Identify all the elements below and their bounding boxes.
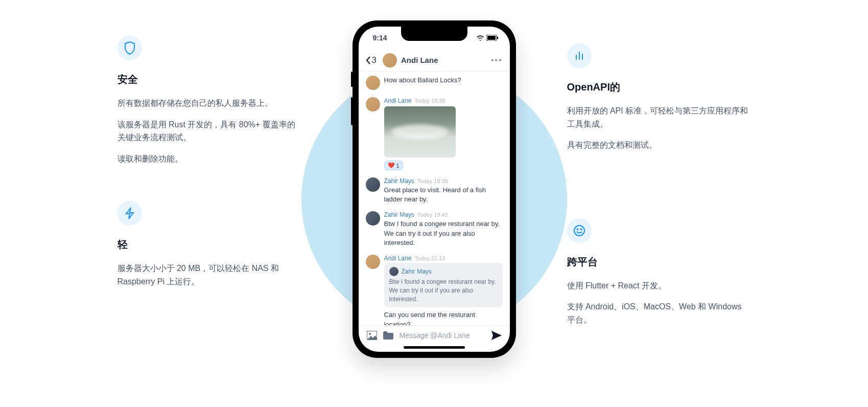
feature-text: 该服务器是用 Rust 开发的，具有 80%+ 覆盖率的关键业务流程测试。 (118, 118, 301, 144)
chat-header: 3 Andi Lane ••• (359, 49, 510, 72)
feature-text: 使用 Flutter + React 开发。 (567, 279, 751, 292)
chart-icon (567, 43, 592, 68)
quote-avatar (389, 267, 398, 276)
feature-title: 轻 (118, 238, 301, 252)
quote-sender: Zahir Mays (402, 268, 432, 275)
svg-rect-2 (497, 37, 498, 39)
message-time: Today 19:42 (417, 212, 448, 218)
message-avatar[interactable] (366, 76, 380, 90)
left-feature-column: 安全 所有数据都存储在您自己的私人服务器上。 该服务器是用 Rust 开发的，具… (118, 20, 301, 288)
phone-screen: 9:14 3 Andi Lane ••• (359, 27, 510, 352)
feature-crossplatform: 跨平台 使用 Flutter + React 开发。 支持 Android、iO… (567, 218, 751, 327)
svg-point-8 (574, 225, 584, 236)
feature-text: 所有数据都存储在您自己的私人服务器上。 (118, 97, 301, 110)
quoted-message[interactable]: Zahir Mays Btw I found a congee resturan… (384, 263, 503, 307)
image-icon[interactable] (367, 331, 377, 340)
svg-point-10 (580, 229, 581, 230)
feature-text: 读取和删除功能。 (118, 152, 301, 166)
message-avatar[interactable] (366, 177, 380, 192)
feature-text: 支持 Android、iOS、MacOS、Web 和 Windows 平台。 (567, 300, 751, 326)
status-indicators (476, 35, 499, 41)
message-avatar[interactable] (366, 255, 380, 269)
message-input-bar: Message @Andi Lane (359, 325, 510, 344)
message-text: Great place to visit. Heard of a fish la… (384, 186, 503, 204)
message-row: How about Ballard Locks? (366, 76, 503, 90)
folder-icon[interactable] (383, 331, 393, 340)
message-text: How about Ballard Locks? (384, 76, 503, 85)
back-button[interactable]: 3 (366, 55, 377, 65)
svg-rect-1 (487, 36, 496, 40)
heart-icon: ❤️ (388, 162, 395, 169)
back-count: 3 (372, 55, 377, 65)
message-row: Zahir Mays Today 19:39 Great place to vi… (366, 177, 503, 204)
feature-text: 利用开放的 API 标准，可轻松与第三方应用程序和工具集成。 (567, 104, 751, 130)
message-avatar[interactable] (366, 211, 380, 225)
message-input[interactable]: Message @Andi Lane (400, 331, 485, 340)
message-time: Today 19:38 (415, 98, 445, 104)
svg-point-9 (577, 229, 578, 230)
status-time: 9:14 (373, 34, 387, 42)
message-time: Today 19:39 (417, 178, 448, 184)
feature-title: 跨平台 (567, 255, 751, 269)
chevron-left-icon (366, 56, 371, 64)
message-row: Andi Lane Today 19:38 ❤️ 1 (366, 97, 503, 170)
more-button[interactable]: ••• (491, 56, 503, 65)
message-sender: Andi Lane (384, 97, 412, 104)
feature-security: 安全 所有数据都存储在您自己的私人服务器上。 该服务器是用 Rust 开发的，具… (118, 36, 301, 165)
message-sender: Zahir Mays (384, 211, 414, 218)
phone-notch (401, 27, 467, 41)
right-feature-column: OpenAPI的 利用开放的 API 标准，可轻松与第三方应用程序和工具集成。 … (567, 20, 751, 327)
contact-avatar[interactable] (383, 53, 397, 67)
feature-light: 轻 服务器大小小于 20 MB，可以轻松在 NAS 和 Raspberry Pi… (118, 201, 301, 288)
phone-frame: 9:14 3 Andi Lane ••• (353, 20, 516, 358)
message-reaction[interactable]: ❤️ 1 (384, 161, 403, 170)
feature-title: OpenAPI的 (567, 80, 751, 94)
battery-icon (486, 35, 499, 41)
message-image[interactable] (384, 106, 456, 157)
message-sender: Zahir Mays (384, 177, 414, 185)
svg-point-4 (369, 333, 371, 335)
messages-list[interactable]: How about Ballard Locks? Andi Lane Today… (359, 72, 510, 325)
reaction-count: 1 (396, 163, 400, 169)
feature-text: 服务器大小小于 20 MB，可以轻松在 NAS 和 Raspberry Pi 上… (118, 262, 301, 288)
phone-showcase: 9:14 3 Andi Lane ••• (332, 20, 536, 358)
smile-icon (567, 218, 592, 243)
message-time: Today 21:13 (415, 255, 445, 261)
message-row: Zahir Mays Today 19:42 Btw I found a con… (366, 211, 503, 247)
contact-name: Andi Lane (401, 56, 487, 64)
message-sender: Andi Lane (384, 255, 412, 262)
feature-title: 安全 (118, 73, 301, 86)
feature-text: 具有完整的文档和测试。 (567, 139, 751, 152)
message-row: Andi Lane Today 21:13 Zahir Mays Btw I f… (366, 255, 503, 325)
lightning-icon (118, 201, 142, 225)
quote-text: Btw I found a congee resturant near by. … (389, 278, 498, 303)
message-avatar[interactable] (366, 97, 380, 111)
message-text: Can you send me the resturant location? (384, 310, 503, 325)
wifi-icon (476, 35, 484, 41)
shield-icon (118, 36, 142, 60)
message-text: Btw I found a congee resturant near by. … (384, 219, 503, 247)
home-indicator (404, 346, 465, 349)
feature-openapi: OpenAPI的 利用开放的 API 标准，可轻松与第三方应用程序和工具集成。 … (567, 43, 751, 152)
send-icon[interactable] (491, 331, 502, 340)
